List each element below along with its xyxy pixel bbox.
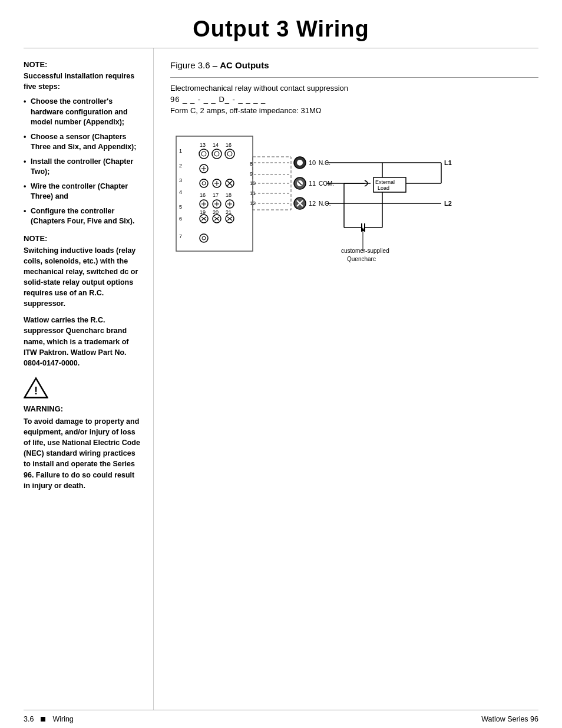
- right-content: Figure 3.6 – AC Outputs Electromechanica…: [153, 48, 538, 710]
- main-content: NOTE: Successful installation requires f…: [0, 48, 562, 710]
- svg-text:Quencharc: Quencharc: [347, 256, 376, 262]
- svg-text:7: 7: [179, 233, 182, 239]
- svg-text:L1: L1: [444, 159, 452, 166]
- svg-text:!: !: [34, 384, 38, 397]
- figure-title: Figure 3.6 – AC Outputs: [170, 60, 538, 73]
- note1-section: NOTE: Successful installation requires f…: [24, 60, 141, 227]
- svg-point-54: [200, 234, 208, 242]
- svg-text:External: External: [375, 179, 395, 185]
- note1-label: NOTE:: [24, 60, 141, 69]
- figure-title-block: Figure 3.6 – AC Outputs: [170, 60, 538, 78]
- svg-text:13: 13: [200, 142, 206, 148]
- svg-point-22: [200, 179, 208, 187]
- svg-point-16: [214, 151, 219, 156]
- svg-text:19: 19: [200, 209, 206, 215]
- bullet-list: Choose the controller's hardware configu…: [24, 97, 141, 227]
- warning-text: To avoid damage to property and equipmen…: [24, 416, 141, 491]
- page-footer: 3.6 Wiring Watlow Series 96: [24, 710, 538, 728]
- diagram-area: 1 2 3 4 5 6 7 13 14 16: [170, 124, 538, 289]
- svg-text:21: 21: [226, 209, 232, 215]
- svg-point-18: [227, 151, 232, 156]
- svg-text:6: 6: [179, 216, 182, 222]
- note2-body1: Switching inductive loads (relay coils, …: [24, 245, 141, 309]
- page-title: Output 3 Wiring: [24, 17, 538, 42]
- svg-text:8: 8: [250, 161, 253, 167]
- svg-text:Load: Load: [378, 185, 389, 191]
- note2-body2: Watlow carries the R.C. suppressor Quenc…: [24, 315, 141, 368]
- footer-page-number: 3.6: [24, 715, 34, 723]
- figure-description: Electromechanical relay without contact …: [170, 84, 538, 93]
- sidebar: NOTE: Successful installation requires f…: [24, 48, 153, 710]
- svg-text:3: 3: [179, 177, 182, 183]
- svg-text:16: 16: [200, 192, 206, 198]
- warning-section: ! WARNING: To avoid damage to property a…: [24, 377, 141, 491]
- svg-text:20: 20: [213, 209, 219, 215]
- note1-text: Successful installation requires five st…: [24, 71, 141, 92]
- svg-text:L2: L2: [444, 200, 452, 207]
- figure-model-code: 96 _ _ - _ _ D_ - _ _ _ _: [170, 95, 538, 104]
- svg-text:9: 9: [250, 171, 253, 177]
- svg-text:5: 5: [179, 204, 182, 210]
- footer-section-name: Wiring: [52, 715, 73, 723]
- svg-point-68: [297, 160, 303, 166]
- svg-text:16: 16: [226, 142, 232, 148]
- bullet-item-3: Install the controller (Chapter Two);: [24, 157, 141, 177]
- svg-text:customer-supplied: customer-supplied: [341, 248, 389, 254]
- figure-bold-title: AC Outputs: [220, 60, 269, 70]
- svg-text:11: 11: [309, 180, 316, 187]
- bullet-item-1: Choose the controller's hardware configu…: [24, 97, 141, 128]
- svg-text:4: 4: [179, 189, 182, 195]
- note2-label: NOTE:: [24, 234, 141, 243]
- title-area: Output 3 Wiring: [24, 0, 538, 48]
- warning-label: WARNING:: [24, 404, 141, 413]
- bullet-item-5: Configure the controller (Chapters Four,…: [24, 206, 141, 227]
- note2-section: NOTE: Switching inductive loads (relay c…: [24, 234, 141, 368]
- bullet-item-2: Choose a sensor (Chapters Three and Six,…: [24, 132, 141, 153]
- page-wrapper: Output 3 Wiring NOTE: Successful install…: [0, 0, 562, 728]
- footer-right: Watlow Series 96: [481, 715, 538, 723]
- svg-text:10: 10: [309, 159, 316, 166]
- footer-left: 3.6 Wiring: [24, 715, 74, 723]
- figure-number: Figure 3.6: [170, 60, 210, 70]
- bullet-item-4: Wire the controller (Chapter Three) and: [24, 182, 141, 202]
- svg-text:1: 1: [179, 148, 182, 154]
- figure-spec: Form C, 2 amps, off-state impedance: 31M…: [170, 106, 538, 115]
- svg-text:18: 18: [226, 192, 232, 198]
- wiring-diagram: 1 2 3 4 5 6 7 13 14 16: [170, 124, 488, 289]
- svg-text:2: 2: [179, 163, 182, 169]
- svg-point-14: [201, 151, 206, 156]
- footer-square-icon: [41, 717, 45, 722]
- svg-text:17: 17: [213, 192, 219, 198]
- warning-triangle-icon: !: [24, 377, 48, 399]
- svg-text:14: 14: [213, 142, 219, 148]
- figure-dash: –: [213, 60, 220, 70]
- svg-text:12: 12: [309, 200, 316, 207]
